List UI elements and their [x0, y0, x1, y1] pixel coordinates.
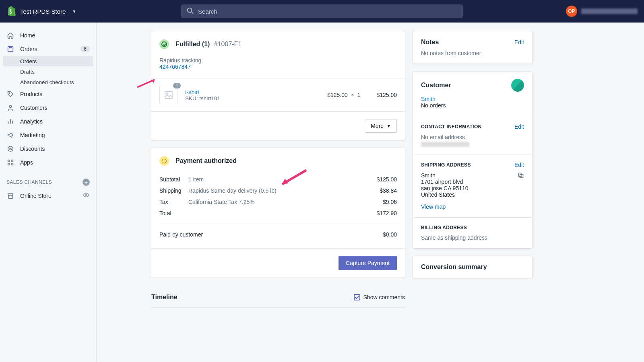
- billing-address-title: BILLING ADDRESS: [421, 225, 467, 230]
- view-map-link[interactable]: View map: [421, 204, 524, 210]
- payment-status-icon: [159, 156, 169, 166]
- nav-label: Apps: [20, 159, 33, 166]
- tax-desc: California State Tax 7.25%: [188, 199, 383, 205]
- nav-label: Discounts: [20, 146, 45, 152]
- svg-rect-15: [11, 163, 13, 165]
- svg-point-16: [85, 194, 87, 196]
- notes-empty: No notes from customer: [421, 50, 524, 56]
- tracking-label: Rapidus tracking: [159, 57, 397, 64]
- contact-edit-link[interactable]: Edit: [514, 123, 524, 130]
- nav-online-store[interactable]: Online Store: [3, 189, 93, 202]
- chart-icon: [6, 117, 14, 125]
- nav-apps[interactable]: Apps: [3, 156, 93, 169]
- conversion-card: Conversion summary: [413, 256, 532, 278]
- svg-rect-20: [520, 175, 523, 178]
- svg-point-11: [11, 149, 11, 150]
- add-channel-button[interactable]: +: [83, 179, 90, 186]
- addr-line1: 1701 airport blvd: [421, 179, 524, 185]
- nav-analytics[interactable]: Analytics: [3, 115, 93, 128]
- nav-marketing[interactable]: Marketing: [3, 129, 93, 142]
- timeline-title: Timeline: [151, 294, 178, 301]
- billing-same: Same as shipping address: [421, 234, 524, 241]
- product-sku: SKU: tshirt101: [185, 95, 220, 101]
- shipping-amount: $38.84: [380, 187, 397, 194]
- discount-icon: [6, 145, 14, 153]
- svg-rect-12: [8, 160, 10, 162]
- conversion-title: Conversion summary: [421, 263, 487, 270]
- fulfillment-title: Fulfilled (1): [175, 41, 210, 47]
- timeline-section: Timeline Show comments: [151, 286, 405, 308]
- orders-icon: [6, 45, 14, 53]
- notes-title: Notes: [421, 39, 439, 46]
- nav-label: Customers: [20, 105, 47, 111]
- user-menu[interactable]: OP: [566, 6, 638, 17]
- addr-country: United States: [421, 191, 524, 198]
- notes-edit-link[interactable]: Edit: [514, 39, 524, 45]
- show-comments-toggle[interactable]: Show comments: [354, 294, 405, 300]
- nav-customers[interactable]: Customers: [3, 101, 93, 114]
- svg-rect-21: [518, 173, 522, 176]
- svg-rect-14: [8, 163, 10, 165]
- copy-icon[interactable]: [518, 172, 524, 180]
- section-sales-channels: SALES CHANNELS +: [3, 170, 93, 189]
- annotation-arrow: [276, 168, 308, 188]
- customer-avatar: [511, 79, 524, 92]
- product-name-link[interactable]: t-shirt: [185, 89, 220, 95]
- eye-icon[interactable]: [83, 191, 90, 200]
- tag-icon: [6, 90, 14, 98]
- svg-point-19: [162, 159, 166, 163]
- megaphone-icon: [6, 131, 14, 139]
- subnav-drafts[interactable]: Drafts: [3, 67, 93, 77]
- customer-card: Customer Smith No orders CONTACT INFORMA…: [413, 72, 532, 248]
- fulfilled-status-icon: [159, 39, 169, 49]
- svg-point-18: [167, 93, 168, 94]
- capture-payment-button[interactable]: Capture Payment: [339, 256, 397, 270]
- svg-rect-17: [165, 91, 172, 99]
- product-thumbnail: 1: [159, 86, 178, 104]
- checkbox-icon: [354, 294, 360, 300]
- user-name: [581, 8, 638, 14]
- qty-badge: 1: [173, 83, 181, 88]
- addr-line2: san jose CA 95110: [421, 185, 524, 191]
- contact-phone-blurred: [421, 142, 469, 147]
- store-icon: [6, 192, 14, 200]
- shipping-address-title: SHIPPING ADDRESS: [421, 162, 471, 168]
- shipping-label: Shipping: [159, 187, 188, 194]
- nav-home[interactable]: Home: [3, 29, 93, 42]
- topbar: Test RPDS Store ▼ OP: [0, 0, 644, 23]
- orders-badge: 6: [80, 46, 90, 52]
- fulfillment-card: Fulfilled (1) #1007-F1 Rapidus tracking …: [151, 31, 405, 140]
- nav-discounts[interactable]: Discounts: [3, 142, 93, 155]
- tracking-number-link[interactable]: 4247667847: [159, 64, 397, 70]
- shopify-logo-icon: [6, 6, 16, 17]
- shipping-edit-link[interactable]: Edit: [514, 162, 524, 168]
- nav-label: Marketing: [20, 132, 45, 138]
- nav-products[interactable]: Products: [3, 88, 93, 101]
- caret-down-icon: ▼: [387, 124, 391, 128]
- annotation-arrow: [135, 77, 159, 89]
- unit-price: $125.00 × 1: [327, 92, 360, 98]
- payment-card: Payment authorized Subtotal 1 item $125.…: [151, 148, 405, 278]
- fulfillment-ref: #1007-F1: [214, 41, 242, 47]
- search-icon: [187, 7, 194, 16]
- global-search[interactable]: [181, 4, 463, 18]
- nav-orders[interactable]: Orders 6: [3, 43, 93, 56]
- svg-point-10: [9, 148, 10, 148]
- user-avatar: OP: [566, 6, 577, 17]
- shipping-desc: Rapidus Same-day delivery (0.5 lb): [188, 187, 380, 194]
- nav-label: Orders: [20, 46, 37, 52]
- subnav-abandoned[interactable]: Abandoned checkouts: [3, 77, 93, 87]
- more-actions-button[interactable]: More ▼: [365, 119, 397, 133]
- svg-line-1: [192, 12, 194, 14]
- total-amount: $172.90: [376, 210, 397, 216]
- tax-label: Tax: [159, 199, 188, 205]
- customer-name-link[interactable]: Smith: [421, 96, 524, 102]
- subnav-orders[interactable]: Orders: [3, 56, 93, 66]
- nav-label: Analytics: [20, 118, 43, 125]
- search-input[interactable]: [198, 8, 457, 15]
- no-email: No email address: [421, 134, 524, 140]
- home-icon: [6, 31, 14, 39]
- contact-info-title: CONTACT INFORMATION: [421, 124, 482, 130]
- store-switcher[interactable]: Test RPDS Store ▼: [6, 6, 76, 17]
- subtotal-amount: $125.00: [376, 176, 397, 183]
